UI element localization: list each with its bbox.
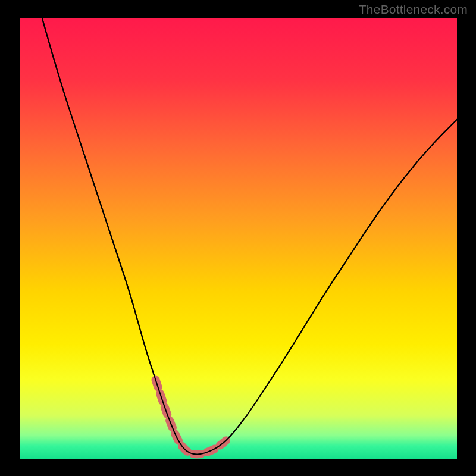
curve-highlight <box>156 380 230 454</box>
curve-path-overlay <box>42 18 457 454</box>
bottleneck-curve <box>20 18 457 459</box>
chart-frame: TheBottleneck.com <box>0 0 476 476</box>
curve-path <box>42 18 457 454</box>
watermark-text: TheBottleneck.com <box>359 2 468 17</box>
plot-area <box>20 18 457 459</box>
